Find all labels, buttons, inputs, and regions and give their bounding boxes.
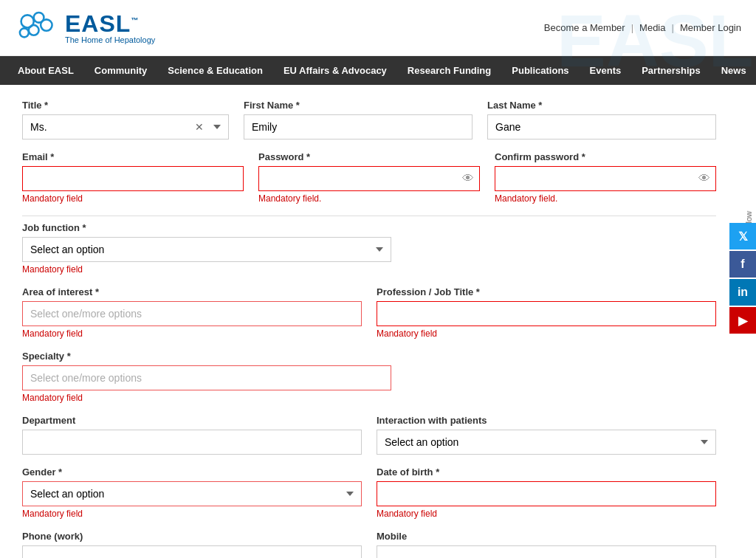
facebook-button[interactable]: f xyxy=(729,251,756,278)
job-function-select[interactable]: Select an option xyxy=(22,237,391,262)
email-label: Email * xyxy=(22,151,244,162)
row-title-name: Title * Ms. Mr. Dr. Prof. ✕ First Name *… xyxy=(22,100,716,140)
specialty-mandatory: Mandatory field xyxy=(22,393,391,403)
job-function-mandatory: Mandatory field xyxy=(22,264,391,275)
password-label: Password * xyxy=(258,151,480,162)
area-of-interest-label: Area of interest * xyxy=(22,286,362,297)
specialty-label: Specialty * xyxy=(22,351,391,362)
phone-work-input[interactable] xyxy=(22,545,362,558)
password-group: Password * 👁 Mandatory field. xyxy=(258,151,480,204)
interaction-label: Interaction with patients xyxy=(377,415,716,426)
row-area-profession: Area of interest * Select one/more optio… xyxy=(22,286,716,339)
linkedin-button[interactable]: in xyxy=(729,279,756,306)
row-gender-dob: Gender * Select an option Male Female Ot… xyxy=(22,466,716,519)
confirm-password-input[interactable] xyxy=(495,166,716,191)
area-of-interest-group: Area of interest * Select one/more optio… xyxy=(22,286,362,339)
title-clear-button[interactable]: ✕ xyxy=(192,121,207,133)
interaction-group: Interaction with patients Select an opti… xyxy=(377,415,716,455)
nav-eu-affairs[interactable]: EU Affairs & Advocacy xyxy=(273,56,397,85)
row-specialty: Specialty * Select one/more options Mand… xyxy=(22,351,716,403)
mobile-label: Mobile xyxy=(377,531,716,542)
row-job-function: Job function * Select an option Mandator… xyxy=(22,222,716,275)
svg-point-3 xyxy=(29,25,39,35)
area-of-interest-input[interactable]: Select one/more options xyxy=(22,301,362,326)
gender-group: Gender * Select an option Male Female Ot… xyxy=(22,466,362,519)
nav-community[interactable]: Community xyxy=(84,56,158,85)
divider xyxy=(22,216,716,216)
svg-point-4 xyxy=(20,28,29,37)
password-mandatory: Mandatory field. xyxy=(258,193,480,204)
profession-label: Profession / Job Title * xyxy=(377,286,716,297)
mobile-input[interactable] xyxy=(377,545,716,558)
mobile-group: Mobile xyxy=(377,531,716,558)
youtube-button[interactable]: ▶ xyxy=(729,307,756,334)
profession-mandatory: Mandatory field xyxy=(377,328,716,339)
profession-group: Profession / Job Title * Mandatory field xyxy=(377,286,716,339)
linkedin-icon: in xyxy=(738,286,748,299)
nav-research-funding[interactable]: Research Funding xyxy=(397,56,501,85)
department-group: Department xyxy=(22,415,362,455)
confirm-password-mandatory: Mandatory field. xyxy=(495,193,716,204)
email-mandatory: Mandatory field xyxy=(22,193,244,204)
department-label: Department xyxy=(22,415,362,426)
password-wrapper: 👁 xyxy=(258,166,480,191)
social-sidebar: 𝕏 f in ▶ xyxy=(729,223,756,334)
last-name-input[interactable] xyxy=(487,114,716,140)
title-group: Title * Ms. Mr. Dr. Prof. ✕ xyxy=(22,100,229,140)
area-mandatory: Mandatory field xyxy=(22,328,362,339)
specialty-input[interactable]: Select one/more options xyxy=(22,365,391,390)
dob-label: Date of birth * xyxy=(377,466,716,478)
phone-work-label: Phone (work) xyxy=(22,531,362,542)
dob-input[interactable] xyxy=(377,481,716,506)
svg-text:EASL: EASL xyxy=(557,0,754,70)
first-name-label: First Name * xyxy=(244,100,472,111)
title-label: Title * xyxy=(22,100,229,111)
dob-mandatory: Mandatory field xyxy=(377,509,716,519)
department-input[interactable] xyxy=(22,430,362,455)
easl-logo-icon xyxy=(15,7,59,48)
last-name-label: Last Name * xyxy=(487,100,716,111)
title-select-wrapper: Ms. Mr. Dr. Prof. ✕ xyxy=(22,114,229,140)
job-function-group: Job function * Select an option Mandator… xyxy=(22,222,391,275)
row-phone-mobile: Phone (work) Mobile xyxy=(22,531,716,558)
twitter-button[interactable]: 𝕏 xyxy=(729,223,756,249)
confirm-password-wrapper: 👁 xyxy=(495,166,716,191)
specialty-group: Specialty * Select one/more options Mand… xyxy=(22,351,391,403)
nav-about-easl[interactable]: About EASL xyxy=(7,56,84,85)
row-email-password: Email * Mandatory field Password * 👁 Man… xyxy=(22,151,716,204)
first-name-input[interactable] xyxy=(244,114,472,140)
nav-science-education[interactable]: Science & Education xyxy=(157,56,273,85)
dob-group: Date of birth * Mandatory field xyxy=(377,466,716,519)
phone-work-group: Phone (work) xyxy=(22,531,362,558)
watermark: EASL xyxy=(535,0,756,70)
first-name-group: First Name * xyxy=(244,100,472,140)
password-eye-icon[interactable]: 👁 xyxy=(462,172,474,185)
confirm-password-group: Confirm password * 👁 Mandatory field. xyxy=(495,151,716,204)
logo-subtitle: The Home of Hepatology xyxy=(65,35,155,44)
email-group: Email * Mandatory field xyxy=(22,151,244,204)
gender-select[interactable]: Select an option Male Female Other xyxy=(22,481,362,506)
profession-input[interactable] xyxy=(377,301,716,326)
confirm-password-eye-icon[interactable]: 👁 xyxy=(698,172,710,185)
svg-point-2 xyxy=(41,19,52,30)
gender-mandatory: Mandatory field xyxy=(22,509,362,519)
password-input[interactable] xyxy=(258,166,480,191)
last-name-group: Last Name * xyxy=(487,100,716,140)
facebook-icon: f xyxy=(740,258,744,271)
top-bar: EASL™ The Home of Hepatology EASL Become… xyxy=(0,0,756,56)
job-function-label: Job function * xyxy=(22,222,391,233)
email-input[interactable] xyxy=(22,166,244,191)
easl-text: EASL™ xyxy=(65,12,155,35)
twitter-icon: 𝕏 xyxy=(738,230,748,244)
gender-label: Gender * xyxy=(22,466,362,478)
youtube-icon: ▶ xyxy=(738,314,747,328)
logo-text: EASL™ The Home of Hepatology xyxy=(65,12,155,44)
interaction-select[interactable]: Select an option Yes No xyxy=(377,430,716,455)
confirm-password-label: Confirm password * xyxy=(495,151,716,162)
logo-area: EASL™ The Home of Hepatology xyxy=(15,7,155,48)
row-department-interaction: Department Interaction with patients Sel… xyxy=(22,415,716,455)
registration-form: Title * Ms. Mr. Dr. Prof. ✕ First Name *… xyxy=(0,85,738,558)
